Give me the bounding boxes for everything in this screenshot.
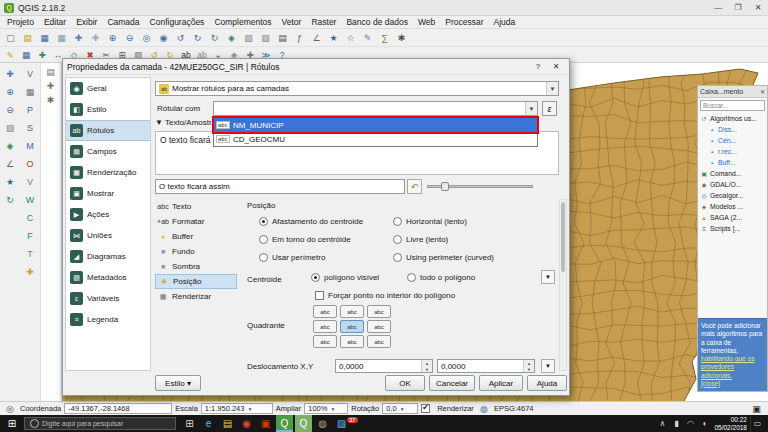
- refresh-icon[interactable]: ↻: [207, 30, 222, 45]
- spinner-arrows-icon[interactable]: ▲▼: [421, 360, 432, 372]
- attribute-table-icon[interactable]: ▤: [275, 30, 290, 45]
- measure-tool-icon[interactable]: ∠: [2, 156, 18, 172]
- file-explorer-icon[interactable]: ▤: [219, 415, 236, 432]
- toggle-editing-icon[interactable]: ✎: [3, 48, 17, 62]
- pan-to-selection-icon[interactable]: ✚: [88, 30, 103, 45]
- dialog-nav-metadados[interactable]: ▨Metadados: [66, 267, 150, 288]
- zoom-next-icon[interactable]: ↻: [190, 30, 205, 45]
- preview-reset-icon[interactable]: ↶: [407, 179, 422, 194]
- ok-button[interactable]: OK: [385, 375, 425, 391]
- menu-vetor[interactable]: Vetor: [277, 17, 307, 27]
- menu-editar[interactable]: Editar: [39, 17, 71, 27]
- task-view-icon[interactable]: ⊞: [181, 415, 198, 432]
- new-project-icon[interactable]: ▢: [3, 30, 18, 45]
- start-button[interactable]: ⊞: [0, 415, 24, 432]
- tab-buffer[interactable]: ●Buffer: [155, 229, 237, 244]
- cancel-button[interactable]: Cancelar: [429, 375, 475, 391]
- toolbox-item-models[interactable]: ◈Modelos ...: [698, 201, 767, 212]
- radio-em-torno-centroide[interactable]: Em torno do centróide: [259, 235, 351, 244]
- dialog-nav-geral[interactable]: ◉Geral: [66, 78, 150, 99]
- select-tool-icon[interactable]: ▧: [2, 120, 18, 136]
- offset-x-input[interactable]: 0,0000 ▲▼: [335, 359, 433, 373]
- apply-button[interactable]: Aplicar: [479, 375, 523, 391]
- render-checkbox[interactable]: [421, 404, 430, 413]
- open-project-icon[interactable]: ▤: [20, 30, 35, 45]
- taskbar-search-input[interactable]: Digite aqui para pesquisar: [24, 417, 176, 430]
- edge-icon[interactable]: e: [200, 415, 217, 432]
- add-raster-layer-icon[interactable]: ▦: [22, 84, 38, 100]
- battery-icon[interactable]: ▮: [670, 418, 682, 430]
- epsg-button[interactable]: EPSG:4674: [494, 404, 534, 413]
- zoom-in-tool-icon[interactable]: ⊕: [2, 84, 18, 100]
- tab-renderizar[interactable]: ▦Renderizar: [155, 289, 237, 304]
- layers-settings-icon[interactable]: ✱: [44, 93, 58, 107]
- save-as-icon[interactable]: ▦: [54, 30, 69, 45]
- action-center-icon[interactable]: ▭: [750, 415, 764, 432]
- scrollbar-thumb[interactable]: [561, 202, 565, 272]
- tab-formatar[interactable]: +abFormatar: [155, 214, 237, 229]
- toolbox-item-geoalgorithms[interactable]: ◎Geoalgor...: [698, 190, 767, 201]
- quadrant-button-bottom[interactable]: abc: [340, 335, 364, 348]
- dialog-nav-diagramas[interactable]: ◢Diagramas: [66, 246, 150, 267]
- select-features-icon[interactable]: ▧: [241, 30, 256, 45]
- magnifier-combo[interactable]: 100%▼: [304, 403, 348, 414]
- tray-chevron-up-icon[interactable]: ∧: [656, 418, 668, 430]
- dialog-nav-renderizacao[interactable]: ▦Renderização: [66, 162, 150, 183]
- radio-livre-lento[interactable]: Livre (lento): [393, 235, 448, 244]
- quadrant-button-bottom-right[interactable]: abc: [367, 335, 391, 348]
- dialog-close-button[interactable]: ✕: [547, 60, 565, 74]
- zoom-in-icon[interactable]: ⊕: [105, 30, 120, 45]
- annotation-icon[interactable]: ✎: [360, 30, 375, 45]
- label-field-combo[interactable]: ▼: [213, 101, 538, 116]
- add-wcs-layer-icon[interactable]: C: [22, 210, 38, 226]
- offset-y-input[interactable]: 0,0000 ▲▼: [437, 359, 535, 373]
- field-option-cd-geocmu[interactable]: abc CD_GEOCMU: [214, 132, 537, 146]
- new-bookmark-icon[interactable]: ☆: [343, 30, 358, 45]
- identify-icon[interactable]: ◈: [224, 30, 239, 45]
- layers-toolbar-icon[interactable]: ▤: [44, 65, 58, 79]
- menu-web[interactable]: Web: [413, 17, 440, 27]
- help-button[interactable]: Ajuda: [527, 375, 567, 391]
- dialog-nav-variaveis[interactable]: εVariáveis: [66, 288, 150, 309]
- qgis-icon[interactable]: Q: [276, 415, 293, 432]
- add-wms-layer-icon[interactable]: W: [22, 192, 38, 208]
- bookmark-icon[interactable]: ★: [326, 30, 341, 45]
- plugins-icon[interactable]: ✱: [394, 30, 409, 45]
- close-button[interactable]: ✕: [748, 0, 768, 16]
- qgis-browser-icon[interactable]: Q: [295, 415, 312, 432]
- measure-icon[interactable]: ∠: [309, 30, 324, 45]
- spinner-arrows-icon[interactable]: ▲▼: [523, 360, 534, 372]
- close-help-link[interactable]: [close]: [701, 380, 764, 388]
- office-icon[interactable]: ▣: [257, 415, 274, 432]
- dialog-nav-mostrar[interactable]: ▣Mostrar: [66, 183, 150, 204]
- rotation-spin[interactable]: 0,0▼: [382, 403, 418, 414]
- tab-posicao[interactable]: ✚Posição: [155, 274, 237, 289]
- add-group-icon[interactable]: ✚: [44, 79, 58, 93]
- menu-banco-de-dados[interactable]: Banco de dados: [341, 17, 412, 27]
- menu-camada[interactable]: Camada: [102, 17, 144, 27]
- quadrant-button-bottom-left[interactable]: abc: [313, 335, 337, 348]
- coordinate-input[interactable]: -49.1367,-28.1468: [64, 403, 172, 414]
- menu-processar[interactable]: Processar: [440, 17, 488, 27]
- statistics-icon[interactable]: ∑: [377, 30, 392, 45]
- add-spatialite-layer-icon[interactable]: S: [22, 120, 38, 136]
- dialog-nav-unioes[interactable]: ⋈Uniões: [66, 225, 150, 246]
- chrome-icon[interactable]: ◉: [238, 415, 255, 432]
- zoom-out-icon[interactable]: ⊖: [122, 30, 137, 45]
- zoom-full-icon[interactable]: ◉: [156, 30, 171, 45]
- add-postgis-layer-icon[interactable]: P: [22, 102, 38, 118]
- tab-fundo[interactable]: ■Fundo: [155, 244, 237, 259]
- toolbox-item-saga[interactable]: ▲SAGA (2...: [698, 212, 767, 223]
- add-text-layer-icon[interactable]: T: [22, 246, 38, 262]
- menu-exibir[interactable]: Exibir: [71, 17, 102, 27]
- preview-text-input[interactable]: O texto ficará assim: [155, 179, 405, 194]
- toolbox-search-input[interactable]: Buscar...: [700, 100, 765, 111]
- save-edits-icon[interactable]: ▦: [19, 48, 33, 62]
- menu-ajuda[interactable]: Ajuda: [489, 17, 521, 27]
- radio-afastamento-centroide[interactable]: Afastamento do centroide: [259, 217, 363, 226]
- quadrant-button-right[interactable]: abc: [367, 320, 391, 333]
- add-mssql-layer-icon[interactable]: M: [22, 138, 38, 154]
- radio-usar-perimetro[interactable]: Usar perímetro: [259, 253, 325, 262]
- label-mode-combo[interactable]: ab Mostrar rótulos para as camadas ▼: [155, 81, 559, 96]
- refresh-tool-icon[interactable]: ↻: [2, 192, 18, 208]
